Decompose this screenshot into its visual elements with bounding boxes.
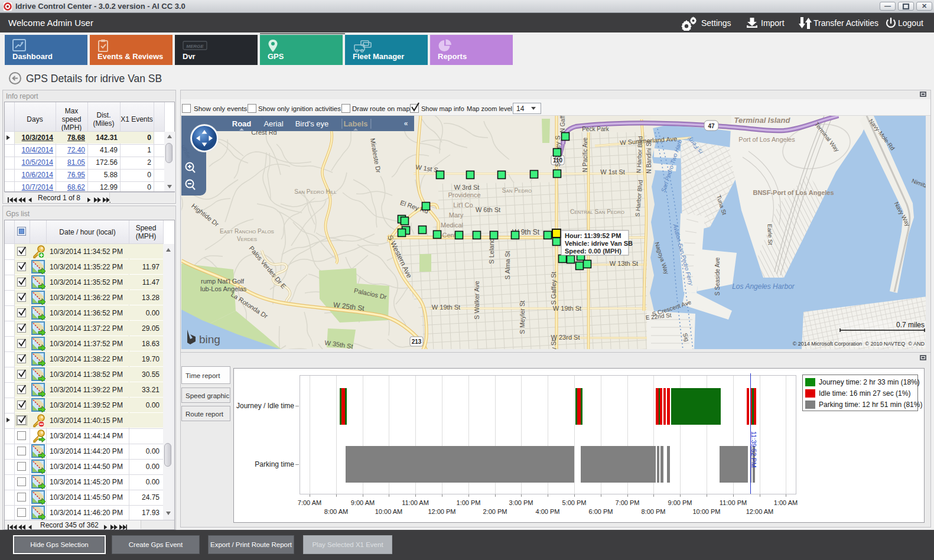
svg-text:Los Angeles Harbor: Los Angeles Harbor [732,282,795,291]
svg-text:N Gaff: N Gaff [559,116,566,132]
svg-text:S Leland: S Leland [488,238,495,263]
svg-text:S Seaside Ave: S Seaside Ave [714,257,721,295]
svg-text:S Alma St: S Alma St [504,251,511,279]
svg-text:Vehicle: idrive Van SB: Vehicle: idrive Van SB [565,240,633,247]
svg-text:SAN PEDRO HILL: SAN PEDRO HILL [294,188,337,195]
svg-text:47: 47 [708,123,715,129]
svg-text:lub-Los Angelas: lub-Los Angelas [200,285,247,292]
svg-text:VERDES: VERDES [237,236,257,242]
svg-text:Bird's eye: Bird's eye [295,119,329,128]
svg-text:213: 213 [412,338,422,345]
svg-text:S Meyler St: S Meyler St [519,301,526,334]
svg-text:W 3rd St: W 3rd St [454,184,480,191]
svg-text:CENTRAL SAN PEDRO: CENTRAL SAN PEDRO [570,209,624,215]
svg-text:Providence: Providence [448,191,480,198]
svg-text:Speed: 0.00 (MPH): Speed: 0.00 (MPH) [565,248,621,255]
svg-text:W 1st St: W 1st St [600,168,625,175]
svg-text:W 19th St: W 19th St [553,305,581,312]
svg-text:N Pacific Ave: N Pacific Ave [582,137,588,172]
svg-text:BNSF-Port of Los Angeles: BNSF-Port of Los Angeles [753,189,834,196]
svg-text:EAST RANCHO PALOS: EAST RANCHO PALOS [220,228,274,235]
svg-text:Road: Road [232,119,252,128]
svg-text:S Gaffey St: S Gaffey St [550,272,557,305]
svg-text:«: « [404,119,408,128]
svg-text:Terminal Island: Terminal Island [734,116,791,125]
svg-text:Aerial: Aerial [263,119,283,128]
svg-text:SAN PEDRO: SAN PEDRO [502,187,532,194]
svg-text:W 13th St: W 13th St [610,260,638,267]
svg-text:Earle St: Earle St [766,224,773,245]
svg-text:Lit'l Co: Lit'l Co [453,201,473,209]
svg-text:W 6th St: W 6th St [476,206,500,213]
svg-text:W 19th St: W 19th St [432,304,460,311]
svg-text:0.7 miles: 0.7 miles [896,321,925,329]
svg-text:bing: bing [199,333,220,346]
svg-text:Hour: 11:39:52 PM: Hour: 11:39:52 PM [565,232,621,239]
svg-text:Mary: Mary [449,211,464,219]
svg-text:rump Nat'l Golf: rump Nat'l Golf [201,278,245,285]
svg-text:y St: y St [550,340,557,349]
svg-text:Peck Park: Peck Park [582,126,610,132]
svg-text:© 2014 Microsoft Corporation: © 2014 Microsoft Corporation © 2010 NAVT… [793,341,925,347]
svg-text:N Bandini St: N Bandini St [646,141,652,174]
svg-text:Medical: Medical [441,222,463,229]
svg-text:Labels: Labels [343,119,367,128]
svg-text:S Walker Ave: S Walker Ave [473,281,480,319]
svg-text:MERGE: MERGE [186,44,204,49]
svg-text:Port of Los Angeles: Port of Los Angeles [738,136,795,143]
